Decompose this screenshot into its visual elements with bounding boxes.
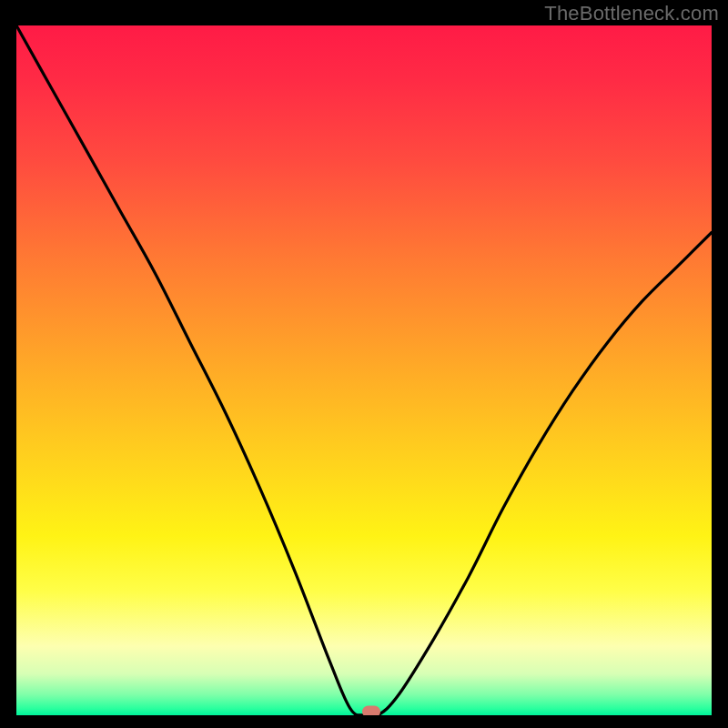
bottleneck-curve <box>16 25 712 715</box>
optimal-point-marker <box>362 706 380 715</box>
chart-frame: TheBottleneck.com <box>0 0 728 728</box>
watermark-text: TheBottleneck.com <box>544 2 719 25</box>
plot-area <box>16 25 712 715</box>
